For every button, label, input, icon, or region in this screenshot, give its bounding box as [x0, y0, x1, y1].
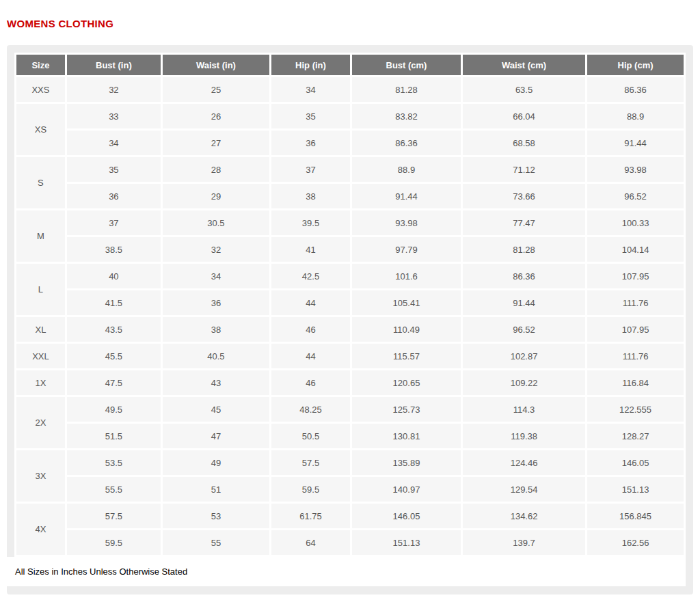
table-row: 36293891.4473.6696.52 — [16, 184, 684, 208]
table-row: XXL45.540.544115.57102.87111.76 — [16, 344, 684, 368]
measurement-cell: 41 — [271, 237, 350, 262]
table-row: 38.5324197.7981.28104.14 — [16, 237, 684, 262]
measurement-cell: 59.5 — [271, 477, 350, 502]
measurement-cell: 96.52 — [587, 184, 684, 208]
measurement-cell: 151.13 — [587, 477, 684, 502]
measurement-cell: 39.5 — [271, 210, 350, 235]
measurement-cell: 111.76 — [587, 290, 684, 315]
measurement-cell: 43.5 — [67, 317, 161, 342]
measurement-cell: 33 — [67, 104, 161, 128]
measurement-cell: 46 — [271, 317, 350, 342]
measurement-cell: 83.82 — [352, 104, 461, 128]
measurement-cell: 86.36 — [352, 131, 461, 155]
table-row: 59.55564151.13139.7162.56 — [16, 530, 684, 555]
measurement-cell: 35 — [67, 157, 161, 182]
measurement-cell: 111.76 — [587, 344, 684, 368]
measurement-cell: 105.41 — [352, 290, 461, 315]
measurement-cell: 93.98 — [352, 210, 461, 235]
table-row: 51.54750.5130.81119.38128.27 — [16, 424, 684, 448]
size-cell-xxs: XXS — [16, 77, 65, 102]
measurement-cell: 41.5 — [67, 290, 161, 315]
table-row: 34273686.3668.5891.44 — [16, 131, 684, 155]
measurement-cell: 47 — [163, 424, 269, 448]
measurement-cell: 44 — [271, 290, 350, 315]
measurement-cell: 32 — [163, 237, 269, 262]
measurement-cell: 125.73 — [352, 397, 461, 422]
measurement-cell: 128.27 — [587, 424, 684, 448]
measurement-cell: 30.5 — [163, 210, 269, 235]
measurement-cell: 55 — [163, 530, 269, 555]
size-cell-l: L — [16, 264, 65, 315]
table-row: XL43.53846110.4996.52107.95 — [16, 317, 684, 342]
measurement-cell: 71.12 — [463, 157, 585, 182]
footnote: All Sizes in Inches Unless Otherwise Sta… — [15, 566, 187, 577]
measurement-cell: 64 — [271, 530, 350, 555]
measurement-cell: 107.95 — [587, 264, 684, 288]
measurement-cell: 73.66 — [463, 184, 585, 208]
size-chart-table: SizeBust (in)Waist (in)Hip (in)Bust (cm)… — [14, 53, 686, 557]
measurement-cell: 28 — [163, 157, 269, 182]
measurement-cell: 162.56 — [587, 530, 684, 555]
measurement-cell: 134.62 — [463, 504, 585, 528]
measurement-cell: 97.79 — [352, 237, 461, 262]
measurement-cell: 51.5 — [67, 424, 161, 448]
size-cell-2x: 2X — [16, 397, 65, 448]
measurement-cell: 46 — [271, 370, 350, 395]
measurement-cell: 86.36 — [587, 77, 684, 102]
measurement-cell: 114.3 — [463, 397, 585, 422]
measurement-cell: 61.75 — [271, 504, 350, 528]
measurement-cell: 66.04 — [463, 104, 585, 128]
measurement-cell: 130.81 — [352, 424, 461, 448]
column-header-bust-cm: Bust (cm) — [352, 55, 461, 75]
measurement-cell: 86.36 — [463, 264, 585, 288]
measurement-cell: 107.95 — [587, 317, 684, 342]
measurement-cell: 36 — [271, 131, 350, 155]
table-row: M3730.539.593.9877.47100.33 — [16, 210, 684, 235]
measurement-cell: 36 — [67, 184, 161, 208]
measurement-cell: 102.87 — [463, 344, 585, 368]
measurement-cell: 110.49 — [352, 317, 461, 342]
measurement-cell: 77.47 — [463, 210, 585, 235]
measurement-cell: 91.44 — [587, 131, 684, 155]
measurement-cell: 35 — [271, 104, 350, 128]
measurement-cell: 45.5 — [67, 344, 161, 368]
size-chart-body: XXS32253481.2863.586.36XS33263583.8266.0… — [16, 77, 684, 555]
measurement-cell: 129.54 — [463, 477, 585, 502]
measurement-cell: 27 — [163, 131, 269, 155]
page-title: WOMENS CLOTHING — [7, 18, 700, 29]
measurement-cell: 49.5 — [67, 397, 161, 422]
column-header-hip-in: Hip (in) — [271, 55, 350, 75]
measurement-cell: 135.89 — [352, 450, 461, 475]
size-cell-4x: 4X — [16, 504, 65, 555]
table-row: XXS32253481.2863.586.36 — [16, 77, 684, 102]
size-cell-xxl: XXL — [16, 344, 65, 368]
measurement-cell: 34 — [271, 77, 350, 102]
measurement-cell: 53 — [163, 504, 269, 528]
measurement-cell: 53.5 — [67, 450, 161, 475]
table-row: L403442.5101.686.36107.95 — [16, 264, 684, 288]
measurement-cell: 81.28 — [463, 237, 585, 262]
measurement-cell: 59.5 — [67, 530, 161, 555]
measurement-cell: 146.05 — [587, 450, 684, 475]
measurement-cell: 100.33 — [587, 210, 684, 235]
measurement-cell: 151.13 — [352, 530, 461, 555]
measurement-cell: 49 — [163, 450, 269, 475]
measurement-cell: 32 — [67, 77, 161, 102]
table-row: 2X49.54548.25125.73114.3122.555 — [16, 397, 684, 422]
measurement-cell: 29 — [163, 184, 269, 208]
measurement-cell: 88.9 — [587, 104, 684, 128]
table-row: 55.55159.5140.97129.54151.13 — [16, 477, 684, 502]
measurement-cell: 57.5 — [67, 504, 161, 528]
measurement-cell: 26 — [163, 104, 269, 128]
measurement-cell: 38 — [163, 317, 269, 342]
column-header-hip-cm: Hip (cm) — [587, 55, 684, 75]
size-cell-3x: 3X — [16, 450, 65, 502]
table-row: 1X47.54346120.65109.22116.84 — [16, 370, 684, 395]
column-header-waist-in: Waist (in) — [163, 55, 269, 75]
measurement-cell: 40 — [67, 264, 161, 288]
measurement-cell: 34 — [163, 264, 269, 288]
size-chart-container: SizeBust (in)Waist (in)Hip (in)Bust (cm)… — [7, 45, 693, 594]
measurement-cell: 124.46 — [463, 450, 585, 475]
measurement-cell: 63.5 — [463, 77, 585, 102]
measurement-cell: 45 — [163, 397, 269, 422]
